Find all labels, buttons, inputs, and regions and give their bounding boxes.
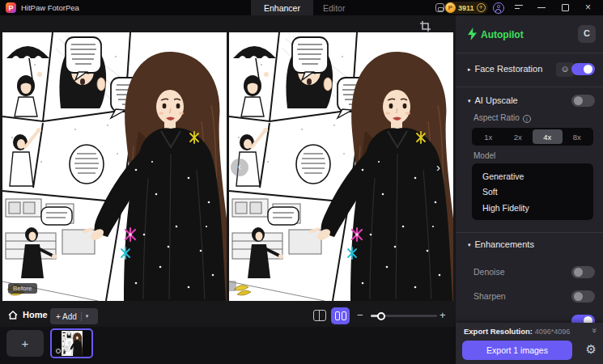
home-label: Home bbox=[23, 310, 48, 320]
app-window: P HitPaw FotorPea Enhancer Editor P 3911… bbox=[0, 0, 603, 364]
zoom-slider-knob[interactable] bbox=[377, 312, 385, 320]
account-icon[interactable] bbox=[493, 2, 504, 14]
before-label: Before bbox=[8, 283, 37, 294]
divider bbox=[456, 53, 603, 53]
crop-icon[interactable] bbox=[419, 20, 431, 32]
add-image-tile[interactable]: + bbox=[6, 330, 44, 357]
window-maximize-button[interactable] bbox=[562, 4, 569, 11]
credits-pill[interactable]: P 3911 + bbox=[444, 2, 488, 14]
side-by-side-compare-button[interactable] bbox=[331, 307, 350, 324]
after-label-clipped bbox=[229, 281, 236, 291]
app-title: HitPaw FotorPea bbox=[21, 3, 79, 12]
zoom-slider[interactable] bbox=[371, 315, 437, 317]
model-option-generative[interactable]: Generative bbox=[472, 168, 593, 184]
home-icon bbox=[8, 311, 18, 320]
zoom-out-button[interactable]: − bbox=[357, 309, 363, 321]
face-restoration-row: ▸Face Restoration ☺ bbox=[456, 62, 603, 78]
bottom-toolbar: Home + Add ▾ − + bbox=[0, 306, 456, 327]
refresh-icon[interactable]: C bbox=[578, 25, 596, 43]
settings-panel: Autopilot C ▸Face Restoration ☺ ▾AI Upsc… bbox=[456, 15, 603, 364]
add-caret-icon[interactable]: ▾ bbox=[86, 313, 89, 320]
mini-window-icon[interactable] bbox=[435, 3, 444, 12]
denoise-label: Denoise bbox=[473, 267, 505, 277]
add-divider bbox=[81, 312, 82, 321]
enhancements-header: ▾Enhancements bbox=[456, 239, 603, 252]
autopilot-row: Autopilot C bbox=[456, 25, 603, 46]
export-resolution: Export Resolution: 4096*4096 bbox=[464, 327, 570, 336]
tab-enhancer[interactable]: Enhancer bbox=[251, 0, 313, 15]
denoise-toggle[interactable] bbox=[571, 266, 595, 278]
export-resolution-value: 4096*4096 bbox=[535, 328, 571, 336]
ai-upscale-row: ▾AI Upscale bbox=[456, 94, 603, 110]
export-footer: Export Resolution: 4096*4096 » Export 1 … bbox=[456, 323, 603, 364]
autopilot-label: Autopilot bbox=[481, 29, 524, 40]
add-credits-icon[interactable]: + bbox=[477, 3, 486, 12]
clipped-enhancement-row bbox=[456, 313, 603, 323]
title-bar: P HitPaw FotorPea Enhancer Editor P 3911… bbox=[0, 0, 603, 15]
app-logo-icon: P bbox=[6, 2, 16, 13]
chevron-left-icon[interactable]: ‹ bbox=[231, 159, 248, 176]
divider bbox=[456, 87, 603, 87]
model-option-soft[interactable]: Soft bbox=[472, 184, 593, 201]
clock-icon bbox=[54, 347, 62, 354]
tab-editor[interactable]: Editor bbox=[310, 0, 358, 15]
face-restoration-toggle[interactable] bbox=[571, 63, 595, 75]
sharpen-label: Sharpen bbox=[473, 291, 506, 301]
image-thumbnail-selected[interactable] bbox=[50, 328, 93, 358]
window-minimize-button[interactable] bbox=[537, 7, 546, 8]
sharpen-toggle[interactable] bbox=[571, 290, 595, 303]
before-image[interactable]: Before bbox=[2, 32, 227, 301]
caret-down-icon[interactable]: ▾ bbox=[468, 98, 471, 104]
coin-icon: P bbox=[445, 2, 456, 13]
info-icon[interactable]: i bbox=[523, 115, 531, 123]
side-by-side-icon bbox=[335, 311, 340, 320]
credits-amount: 3911 bbox=[458, 4, 474, 12]
lightning-icon bbox=[467, 28, 478, 40]
window-close-button[interactable]: × bbox=[585, 2, 591, 13]
export-resolution-label: Export Resolution: bbox=[464, 327, 533, 336]
thumbnail-strip: + bbox=[0, 327, 456, 364]
gear-icon[interactable]: ⚙ bbox=[586, 342, 597, 357]
collapse-chevron-icon[interactable]: » bbox=[589, 328, 599, 332]
aspect-ratio-label: Aspect Ratioi bbox=[473, 113, 531, 123]
model-list: Generative Soft High Fidelity bbox=[472, 163, 593, 220]
ratio-option-1x[interactable]: 1x bbox=[473, 129, 503, 144]
canvas-area: Before ‹ › bbox=[0, 15, 456, 306]
denoise-row: Denoise bbox=[456, 266, 603, 279]
chevron-right-icon[interactable]: › bbox=[436, 160, 440, 174]
add-button[interactable]: + Add ▾ bbox=[50, 308, 98, 324]
split-compare-icon[interactable] bbox=[313, 310, 326, 321]
home-button[interactable]: Home bbox=[8, 310, 48, 320]
ai-upscale-toggle[interactable] bbox=[571, 95, 595, 107]
ai-upscale-label: ▾AI Upscale bbox=[468, 95, 518, 105]
model-option-high-fidelity[interactable]: High Fidelity bbox=[472, 200, 593, 216]
clipped-toggle[interactable] bbox=[571, 315, 595, 323]
enhancements-label: ▾Enhancements bbox=[468, 239, 534, 249]
ratio-option-8x[interactable]: 8x bbox=[563, 129, 592, 144]
ratio-option-2x[interactable]: 2x bbox=[503, 129, 533, 144]
face-restoration-label: ▸Face Restoration bbox=[468, 64, 542, 74]
after-image[interactable] bbox=[229, 32, 453, 301]
caret-down-icon[interactable]: ▾ bbox=[468, 242, 471, 248]
model-label: Model bbox=[473, 151, 495, 160]
menu-icon[interactable] bbox=[515, 5, 523, 11]
aspect-ratio-segments: 1x 2x 4x 8x bbox=[472, 128, 593, 146]
add-label: + Add bbox=[56, 312, 77, 321]
ratio-option-4x-selected[interactable]: 4x bbox=[533, 129, 563, 144]
divider bbox=[456, 232, 603, 233]
export-button[interactable]: Export 1 images bbox=[462, 341, 572, 360]
sharpen-row: Sharpen bbox=[456, 290, 603, 303]
zoom-in-button[interactable]: + bbox=[440, 309, 446, 321]
caret-right-icon[interactable]: ▸ bbox=[468, 66, 471, 72]
